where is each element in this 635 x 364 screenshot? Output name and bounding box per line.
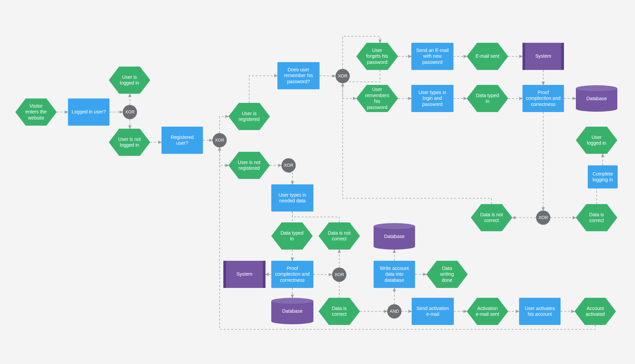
node-complete-login: Complete logging in	[588, 165, 618, 188]
node-send-activation: Send activation e-mail	[412, 298, 454, 325]
node-system-bottom: System	[223, 261, 265, 288]
node-db-bottom: Database	[271, 301, 313, 321]
edge	[343, 83, 356, 98]
node-send-email-pw: Send an E-mail with new password	[411, 43, 453, 70]
edge	[220, 116, 228, 133]
cylinder-label: Database	[374, 226, 415, 247]
node-db-top: Database	[576, 88, 617, 109]
node-xor4: XOR	[336, 69, 350, 83]
node-types-login: User types in login and password	[411, 85, 453, 112]
node-xor3: XOR	[281, 158, 296, 172]
edge	[289, 172, 292, 184]
node-logged-in-q: Logged in user?	[68, 98, 109, 126]
node-xor2: XOR	[212, 133, 227, 147]
node-db-mid: Database	[374, 226, 415, 247]
node-user-activates: User activates his account	[519, 298, 561, 325]
node-types-needed: User types in needed data	[271, 184, 313, 212]
edge	[249, 76, 277, 103]
node-and1: AND	[387, 304, 401, 318]
node-remember-q: Does user remember his password?	[277, 62, 320, 89]
cylinder-label: Database	[576, 88, 617, 109]
node-proof-bottom: Proof complection and correctness	[271, 261, 313, 288]
node-proof-top: Proof complection and correctness	[522, 85, 564, 112]
cylinder-label: Database	[271, 301, 313, 321]
node-system-top: System	[522, 43, 564, 70]
edge	[320, 76, 336, 76]
node-xor6: XOR	[332, 268, 346, 282]
edge	[220, 147, 228, 165]
node-xor5: XOR	[536, 211, 550, 225]
diagram-canvas: Visitor enters the websiteLogged in user…	[0, 0, 635, 364]
edge	[313, 274, 332, 275]
node-xor1: XOR	[123, 105, 137, 119]
node-write-db: Write account data into database	[374, 261, 415, 288]
edge	[292, 212, 339, 222]
node-registered-q: Registered user?	[161, 127, 203, 154]
